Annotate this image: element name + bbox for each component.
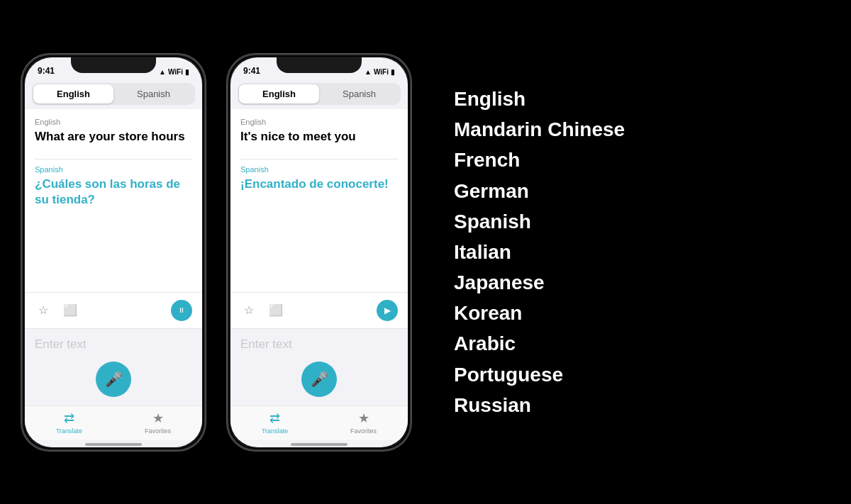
mic-button-1[interactable]: 🎤 <box>96 362 131 397</box>
lang-item-japanese: Japanese <box>454 269 545 296</box>
lang-item-german: German <box>454 177 529 205</box>
nav-item-translate-1[interactable]: ⇄ Translate <box>25 410 113 435</box>
original-text-1: What are your store hours <box>35 129 192 145</box>
nav-label-favorites-1: Favorites <box>145 427 171 435</box>
mic-container-1: 🎤 <box>35 362 192 397</box>
translate-icon-2: ⇄ <box>269 410 280 426</box>
translated-lang-label-1: Spanish <box>35 165 192 174</box>
battery-icon-2: ▮ <box>391 68 395 76</box>
divider-1 <box>35 159 192 159</box>
phone-2: 9:41 ▲ WiFi ▮ English Spanish English It… <box>227 54 411 451</box>
lang-tab-english-1[interactable]: English <box>33 84 113 103</box>
translated-text-2: ¡Encantado de conocerte! <box>240 177 398 192</box>
copy-icon-2[interactable]: ⬜ <box>267 302 284 319</box>
language-list: English Mandarin Chinese French German S… <box>411 85 851 419</box>
play-button-2[interactable]: ▶ <box>377 300 398 321</box>
lang-tab-spanish-2[interactable]: Spanish <box>319 84 399 103</box>
bottom-nav-1: ⇄ Translate ★ Favorites <box>25 405 202 440</box>
mic-button-2[interactable]: 🎤 <box>301 362 337 397</box>
action-bar-2: ☆ ⬜ ▶ <box>230 293 408 329</box>
action-bar-1: ☆ ⬜ ⏸ <box>25 293 202 329</box>
notch-1 <box>71 57 156 73</box>
nav-item-favorites-2[interactable]: ★ Favorites <box>319 410 408 435</box>
status-icons-1: ▲ WiFi ▮ <box>159 68 189 76</box>
mic-container-2: 🎤 <box>240 362 398 397</box>
bottom-nav-2: ⇄ Translate ★ Favorites <box>230 405 408 440</box>
translated-text-1: ¿Cuáles son las horas de su tienda? <box>35 177 192 208</box>
favorites-icon-1: ★ <box>152 410 164 426</box>
lang-item-korean: Korean <box>454 299 522 327</box>
original-lang-label-1: English <box>35 118 192 126</box>
home-indicator-1 <box>85 443 142 446</box>
copy-icon-1[interactable]: ⬜ <box>62 302 79 319</box>
wifi-icon-2: WiFi <box>374 68 389 76</box>
play-icon-2: ▶ <box>384 306 391 315</box>
mic-icon-1: 🎤 <box>105 371 123 388</box>
signal-icon: ▲ <box>159 68 166 76</box>
input-area-1: Enter text 🎤 <box>25 329 202 405</box>
nav-label-favorites-2: Favorites <box>350 427 377 435</box>
enter-text-placeholder-2[interactable]: Enter text <box>240 337 398 352</box>
lang-item-mandarin: Mandarin Chinese <box>454 116 625 143</box>
home-indicator-2 <box>291 443 347 446</box>
nav-label-translate-2: Translate <box>262 427 288 435</box>
translated-lang-label-2: Spanish <box>240 165 398 174</box>
nav-label-translate-1: Translate <box>56 427 82 435</box>
status-time-2: 9:41 <box>243 66 260 76</box>
nav-item-translate-2[interactable]: ⇄ Translate <box>230 410 319 435</box>
lang-tabs-1: English Spanish <box>32 83 195 105</box>
lang-item-russian: Russian <box>454 391 531 419</box>
status-time-1: 9:41 <box>38 66 55 76</box>
original-lang-label-2: English <box>240 118 398 126</box>
translation-area-1: English What are your store hours Spanis… <box>25 109 202 293</box>
mic-icon-2: 🎤 <box>311 371 328 388</box>
status-icons-2: ▲ WiFi ▮ <box>365 68 395 76</box>
enter-text-placeholder-1[interactable]: Enter text <box>35 337 192 352</box>
lang-item-french: French <box>454 146 520 174</box>
nav-item-favorites-1[interactable]: ★ Favorites <box>113 410 202 435</box>
action-icons-left-1: ☆ ⬜ <box>35 302 79 319</box>
action-icons-left-2: ☆ ⬜ <box>240 302 284 319</box>
translation-area-2: English It's nice to meet you Spanish ¡E… <box>230 109 408 293</box>
lang-tab-english-2[interactable]: English <box>239 84 319 103</box>
divider-2 <box>240 159 398 159</box>
input-area-2: Enter text 🎤 <box>230 329 408 405</box>
favorites-icon-2: ★ <box>358 410 369 426</box>
lang-tabs-2: English Spanish <box>238 83 401 105</box>
phone-1: 9:41 ▲ WiFi ▮ English Spanish English Wh… <box>21 54 206 451</box>
battery-icon: ▮ <box>185 68 189 76</box>
signal-icon-2: ▲ <box>365 68 372 76</box>
lang-item-spanish: Spanish <box>454 208 531 235</box>
pause-icon-1: ⏸ <box>178 306 185 314</box>
wifi-icon: WiFi <box>168 68 183 76</box>
lang-item-english: English <box>454 85 525 113</box>
translate-icon-1: ⇄ <box>64 410 74 426</box>
original-text-2: It's nice to meet you <box>240 129 398 145</box>
star-icon-1[interactable]: ☆ <box>35 302 52 319</box>
lang-item-arabic: Arabic <box>454 330 516 357</box>
phones-container: 9:41 ▲ WiFi ▮ English Spanish English Wh… <box>0 54 411 451</box>
notch-2 <box>277 57 362 73</box>
lang-item-italian: Italian <box>454 238 511 266</box>
lang-tab-spanish-1[interactable]: Spanish <box>113 84 194 103</box>
pause-button-1[interactable]: ⏸ <box>171 300 192 321</box>
lang-item-portuguese: Portuguese <box>454 361 563 388</box>
star-icon-2[interactable]: ☆ <box>240 302 257 319</box>
